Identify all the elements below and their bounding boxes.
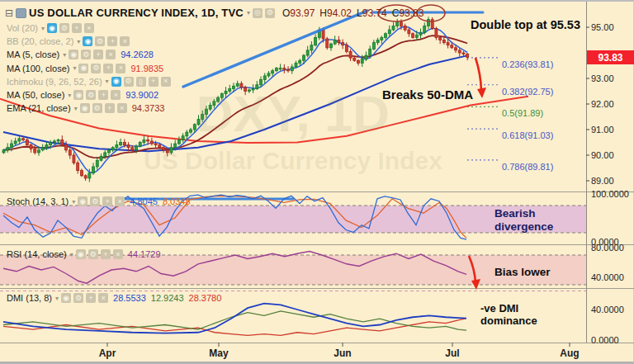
indicator-value-stoch-0: 4.8045 — [130, 196, 158, 206]
chevron-down-icon[interactable]: ▾ — [77, 38, 80, 45]
gear-icon[interactable]: ⚙ — [90, 196, 100, 206]
rsi-scale-label: 80.0000 — [591, 243, 624, 253]
add-icon[interactable]: + — [149, 77, 158, 87]
add-icon[interactable]: + — [101, 249, 111, 259]
visibility-icon[interactable]: ◉ — [78, 64, 88, 73]
time-axis-label-apr: Apr — [99, 347, 116, 359]
legend-label-bb1: BB (20, close, 2) — [7, 36, 73, 46]
close-icon[interactable]: × — [106, 50, 116, 59]
chevron-down-icon[interactable]: ▾ — [68, 92, 71, 99]
indicator-value-stoch-1: 8.0348 — [163, 196, 191, 206]
close-icon[interactable]: × — [161, 77, 171, 87]
chevron-down-icon[interactable]: ▾ — [73, 64, 76, 72]
indicator-value-dmi-2: 28.3780 — [189, 293, 222, 303]
add-icon[interactable]: + — [102, 196, 112, 206]
add-icon[interactable]: + — [93, 50, 103, 59]
legend-row-stoch: Stoch (14, 3, 1)▾◉⚙+×4.80458.0348 — [7, 196, 191, 206]
gear-icon[interactable]: ⚙ — [91, 64, 101, 73]
price-scale-label: 92.00 — [591, 99, 614, 109]
visibility-icon[interactable]: ◉ — [111, 77, 121, 87]
visibility-icon[interactable]: ◉ — [73, 90, 83, 100]
gear-icon[interactable]: ⚙ — [73, 293, 83, 303]
add-icon[interactable]: + — [105, 103, 115, 113]
fib-label: 0.236(93.81) — [502, 59, 553, 69]
collapse-pane-icon[interactable]: ⊟ — [5, 7, 13, 19]
legend-row-ma3: MA (100, close)▾◉⚙+×91.9835 — [7, 64, 163, 73]
add-icon[interactable]: + — [72, 23, 82, 33]
ohlc-l: L93.74 — [357, 7, 387, 19]
legend-label-ma5: MA (50, close) — [7, 90, 64, 100]
indicator-value-rsi-0: 44.1729 — [128, 249, 161, 259]
legend-row-ichimoku4: Ichimoku (9, 26, 52, 26)▾◉⚙{}+× — [7, 77, 171, 87]
close-icon[interactable]: × — [120, 36, 130, 46]
legend-row-bb1: BB (20, close, 2)▾◉⚙+× — [7, 36, 130, 46]
add-icon[interactable]: + — [98, 90, 108, 100]
indicator-value-ema6-0: 94.3733 — [132, 103, 165, 113]
visibility-icon[interactable]: ◉ — [69, 50, 78, 59]
source-code-icon[interactable]: {} — [136, 77, 146, 87]
chevron-down-icon[interactable]: ▾ — [72, 198, 75, 206]
close-icon[interactable]: × — [111, 90, 121, 100]
rsi-scale-label: 40.0000 — [591, 272, 624, 282]
fib-label: 0.618(91.03) — [502, 130, 553, 140]
close-icon[interactable]: × — [113, 249, 123, 259]
legend-label-ema6: EMA (21, close) — [7, 103, 71, 113]
chevron-down-icon[interactable]: ▾ — [74, 105, 78, 112]
fib-retracement-lines[interactable] — [467, 58, 499, 160]
time-axis-label-jun: Jun — [334, 347, 351, 359]
legend-label-rsi: RSI (14, close) — [7, 249, 67, 259]
visibility-icon[interactable]: ◉ — [83, 36, 92, 46]
visibility-icon[interactable]: ◉ — [78, 196, 88, 206]
gear-icon[interactable]: ⚙ — [265, 8, 275, 18]
visibility-icon[interactable]: ◉ — [80, 103, 90, 113]
gear-icon[interactable]: ⚙ — [59, 23, 69, 33]
legend-row-vol0: Vol (20)▾◉⚙+× — [7, 23, 94, 33]
add-icon[interactable]: + — [103, 64, 113, 73]
close-icon[interactable]: × — [117, 103, 127, 113]
add-icon[interactable]: + — [86, 293, 96, 303]
close-icon[interactable]: × — [98, 293, 108, 303]
close-icon[interactable]: × — [115, 196, 125, 206]
legend-row-ma2: MA (5, close)▾◉⚙+×94.2628 — [7, 50, 154, 59]
fib-label: 0.382(92.75) — [502, 87, 553, 97]
visibility-icon[interactable]: ◉ — [76, 249, 86, 259]
gear-icon[interactable]: ⚙ — [88, 249, 98, 259]
price-scale-label: 90.00 — [591, 150, 614, 160]
chevron-down-icon[interactable]: ▾ — [63, 51, 66, 59]
gear-icon[interactable]: ⚙ — [92, 103, 102, 113]
legend-row-ma5: MA (50, close)▾◉⚙+×93.9002 — [7, 90, 158, 100]
add-icon[interactable]: + — [107, 36, 117, 46]
chart-style-icon[interactable] — [16, 8, 26, 18]
close-icon[interactable]: × — [84, 23, 94, 33]
chevron-down-icon[interactable]: ▾ — [70, 251, 73, 258]
indicator-value-dmi-0: 28.5533 — [113, 293, 146, 303]
price-scale-label: 91.00 — [591, 125, 614, 135]
legend-label-ma2: MA (5, close) — [7, 50, 59, 59]
chevron-down-icon[interactable]: ▾ — [41, 25, 45, 32]
gear-icon[interactable]: ⚙ — [81, 50, 91, 59]
legend-label-vol0: Vol (20) — [7, 23, 38, 33]
indicator-value-ma3-0: 91.9835 — [130, 64, 163, 73]
gear-icon[interactable]: ⚙ — [86, 90, 96, 100]
price-scale-label: 95.00 — [591, 22, 614, 32]
dmi-scale-label: 40.0000 — [591, 305, 624, 314]
price-scale-label: 93.00 — [591, 73, 614, 83]
gear-icon[interactable]: ⚙ — [95, 36, 105, 46]
indicator-value-ma5-0: 93.9002 — [125, 90, 158, 100]
legend-row-dmi: DMI (13, 8)▾◉⚙+×28.553312.924328.3780 — [7, 293, 221, 303]
visibility-icon[interactable]: ◎ — [253, 8, 263, 18]
gear-icon[interactable]: ⚙ — [124, 77, 134, 87]
ohlc-o: O93.97 — [282, 7, 315, 19]
indicator-value-dmi-1: 12.9243 — [151, 293, 184, 303]
visibility-icon[interactable]: ◉ — [47, 23, 57, 33]
visibility-icon[interactable]: ◉ — [61, 293, 71, 303]
chevron-down-icon[interactable]: ▾ — [247, 9, 250, 17]
indicator-value-ma2-0: 94.2628 — [121, 50, 154, 59]
close-icon[interactable]: × — [116, 64, 125, 73]
chevron-down-icon[interactable]: ▾ — [55, 295, 59, 302]
tradingview-chart-window: DXY, 1D US Dollar Currency Index ⊟ US DO… — [0, 0, 634, 364]
price-scale-label: 89.00 — [591, 176, 614, 186]
legend-label-dmi: DMI (13, 8) — [7, 293, 52, 303]
chevron-down-icon[interactable]: ▾ — [106, 78, 109, 85]
symbol-title: US DOLLAR CURRENCY INDEX, 1D, TVC — [29, 7, 244, 19]
